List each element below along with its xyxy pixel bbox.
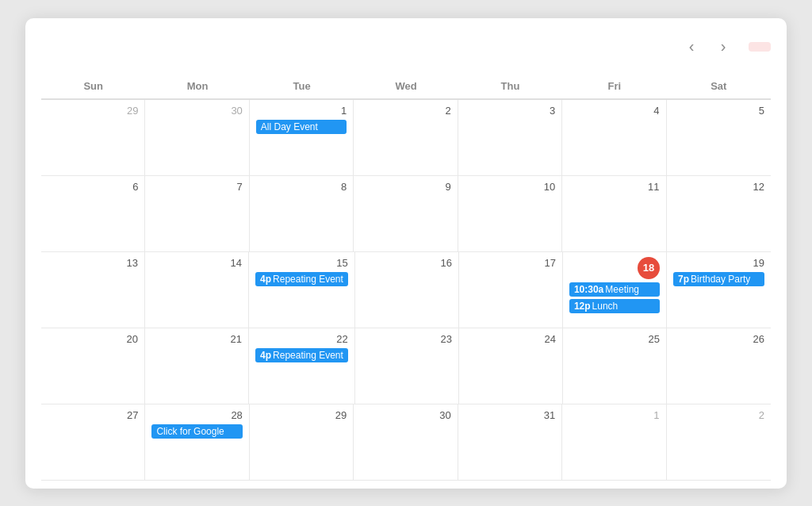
- day-cell: 154pRepeating Event: [249, 252, 355, 328]
- day-cell: 27: [41, 404, 145, 480]
- day-cell: 31: [458, 404, 562, 480]
- day-cell: 24: [459, 328, 563, 404]
- day-number: 30: [360, 409, 450, 421]
- day-number: 2: [360, 105, 450, 117]
- day-cell: 30: [354, 404, 458, 480]
- day-cell: 10: [458, 176, 562, 251]
- day-cell: 8: [250, 176, 354, 251]
- day-cell: 1All Day Event: [250, 100, 354, 175]
- day-cell: 16: [355, 252, 459, 328]
- day-number: 24: [465, 333, 556, 345]
- next-button[interactable]: ›: [710, 34, 736, 59]
- event-chip[interactable]: 10:30aMeeting: [569, 282, 660, 297]
- day-cell: 23: [355, 328, 459, 404]
- event-chip[interactable]: 7pBirthday Party: [673, 272, 764, 286]
- day-number: 26: [673, 333, 764, 345]
- week-row-1: 6789101112: [41, 176, 771, 252]
- day-cell: 224pRepeating Event: [249, 328, 355, 404]
- day-cell: 25: [563, 328, 667, 404]
- day-number: 10: [465, 181, 555, 193]
- day-number: 21: [151, 333, 242, 345]
- event-time-prefix: 12p: [574, 301, 591, 312]
- event-chip[interactable]: 4pRepeating Event: [255, 272, 348, 286]
- event-time-prefix: 4p: [260, 274, 271, 285]
- day-headers-row: SunMonTueWedThuFriSat: [41, 74, 771, 100]
- prev-button[interactable]: ‹: [679, 34, 704, 59]
- day-number: 6: [48, 181, 138, 193]
- event-time-prefix: 7p: [678, 274, 689, 285]
- day-number: 17: [465, 257, 556, 269]
- day-number: 3: [465, 105, 555, 117]
- day-number: 11: [569, 181, 659, 193]
- day-cell: 197pBirthday Party: [667, 252, 771, 328]
- day-cell: 7: [145, 176, 249, 251]
- day-number: 29: [48, 105, 138, 117]
- day-number: 8: [256, 181, 347, 193]
- day-cell: 13: [41, 252, 145, 328]
- weeks-container: 29301All Day Event234567891011121314154p…: [41, 100, 771, 481]
- day-number: 28: [151, 409, 242, 421]
- day-number: 25: [569, 333, 660, 345]
- day-cell: 3: [458, 100, 562, 175]
- day-header-wed: Wed: [354, 74, 458, 99]
- day-number: 23: [362, 333, 452, 345]
- day-number: 13: [48, 257, 138, 269]
- day-number: 29: [256, 409, 347, 421]
- day-cell: 28Click for Google: [145, 404, 249, 480]
- day-number: 14: [151, 257, 242, 269]
- day-cell: 6: [41, 176, 145, 251]
- day-cell: 17: [459, 252, 563, 328]
- event-time-prefix: 4p: [260, 350, 271, 361]
- day-cell: 4: [562, 100, 666, 175]
- day-cell: 14: [145, 252, 249, 328]
- day-number: 20: [48, 333, 138, 345]
- calendar-header: ‹ ›: [41, 34, 771, 59]
- day-number: 16: [362, 257, 452, 269]
- event-chip[interactable]: 4pRepeating Event: [255, 348, 348, 362]
- day-cell: 29: [41, 100, 145, 175]
- week-row-3: 2021224pRepeating Event23242526: [41, 328, 771, 404]
- day-cell: 30: [145, 100, 249, 175]
- day-number: 19: [673, 257, 764, 269]
- day-cell: 26: [667, 328, 771, 404]
- day-cell: 29: [250, 404, 354, 480]
- day-header-thu: Thu: [458, 74, 562, 99]
- day-number: 1: [569, 409, 659, 421]
- day-header-sat: Sat: [667, 74, 771, 99]
- day-number: 2: [673, 409, 764, 421]
- day-header-mon: Mon: [145, 74, 249, 99]
- nav-buttons: ‹ ›: [679, 34, 771, 59]
- day-header-tue: Tue: [250, 74, 354, 99]
- week-row-2: 1314154pRepeating Event16171810:30aMeeti…: [41, 252, 771, 328]
- day-number-today: 18: [638, 257, 660, 279]
- day-number: 30: [151, 105, 242, 117]
- day-number: 27: [48, 409, 138, 421]
- day-cell: 2: [354, 100, 458, 175]
- day-number: 12: [673, 181, 764, 193]
- day-number: 22: [255, 333, 348, 345]
- day-cell: 11: [562, 176, 666, 251]
- day-cell: 12: [667, 176, 771, 251]
- day-header-sun: Sun: [41, 74, 145, 99]
- day-number: 31: [465, 409, 555, 421]
- today-button[interactable]: [749, 42, 771, 52]
- day-cell: 5: [667, 100, 771, 175]
- day-cell: 20: [41, 328, 145, 404]
- day-cell: 9: [354, 176, 458, 251]
- day-cell: 1: [562, 404, 666, 480]
- day-cell: 21: [145, 328, 249, 404]
- event-chip[interactable]: 12pLunch: [569, 299, 660, 313]
- day-number: 4: [569, 105, 659, 117]
- day-header-fri: Fri: [562, 74, 666, 99]
- event-chip[interactable]: All Day Event: [256, 120, 347, 134]
- event-time-prefix: 10:30a: [574, 284, 603, 295]
- day-cell: 1810:30aMeeting12pLunch: [563, 252, 667, 328]
- day-number: 15: [255, 257, 348, 269]
- day-cell: 2: [667, 404, 771, 480]
- week-row-0: 29301All Day Event2345: [41, 100, 771, 176]
- day-number: 7: [151, 181, 242, 193]
- day-number: 5: [673, 105, 764, 117]
- day-number: 1: [256, 105, 347, 117]
- event-chip[interactable]: Click for Google: [151, 424, 242, 439]
- calendar-container: ‹ › SunMonTueWedThuFriSat 29301All Day E…: [25, 18, 787, 489]
